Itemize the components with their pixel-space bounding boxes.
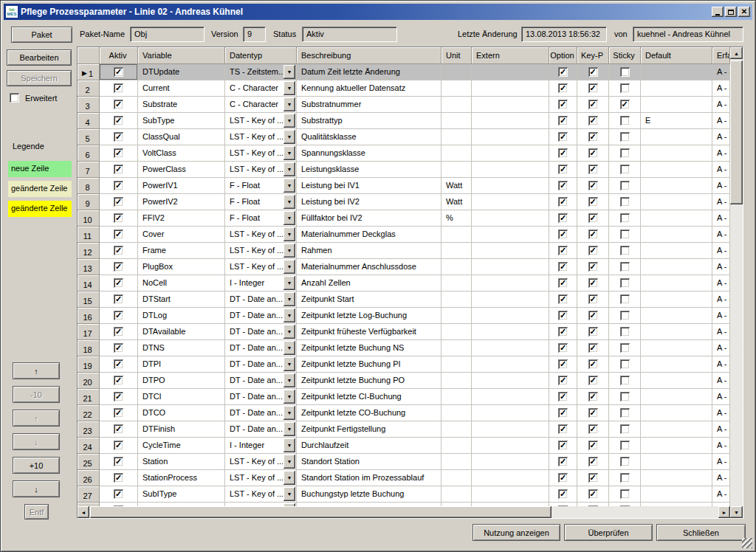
cell-keyp[interactable]: ✓ bbox=[577, 405, 609, 421]
cell-option[interactable]: ✓ bbox=[549, 64, 577, 80]
erweitert-checkbox[interactable]: ✓ bbox=[10, 93, 19, 103]
cell-keyp[interactable]: ✓ bbox=[577, 454, 609, 470]
sticky-checkbox[interactable] bbox=[620, 197, 630, 207]
table-row[interactable]: 12✓FrameLST - Key of ...▼Rahmen✓✓A - au bbox=[78, 243, 730, 259]
row-header[interactable]: 6 bbox=[78, 145, 100, 162]
cell-erfas[interactable]: A - au bbox=[712, 324, 730, 340]
table-row[interactable]: ▶1✓DTUpdateTS - Zeitstem...▼Datum Zeit l… bbox=[78, 64, 730, 80]
sticky-checkbox[interactable] bbox=[620, 473, 630, 483]
cell-aktiv[interactable]: ✓ bbox=[100, 227, 138, 243]
cell-option[interactable]: ✓ bbox=[549, 97, 577, 113]
option-checkbox[interactable]: ✓ bbox=[558, 294, 568, 304]
cell-erfas[interactable]: A - au bbox=[712, 291, 730, 308]
von-field[interactable]: kuehnel - Andreas Kühnel bbox=[633, 27, 743, 42]
cell-beschreibung[interactable]: Zeitpunkt letzte Buchung NS bbox=[297, 340, 441, 356]
cell-extern[interactable] bbox=[472, 227, 549, 243]
cell-variable[interactable]: SubIType bbox=[138, 486, 225, 503]
dropdown-button[interactable]: ▼ bbox=[284, 487, 295, 501]
option-checkbox[interactable]: ✓ bbox=[558, 473, 568, 483]
paket-name-field[interactable]: Obj bbox=[130, 27, 205, 42]
cell-erfas[interactable]: A - au bbox=[712, 80, 730, 97]
aktiv-checkbox[interactable]: ✓ bbox=[114, 165, 123, 174]
cell-default[interactable] bbox=[641, 80, 712, 97]
cell-extern[interactable] bbox=[472, 162, 549, 178]
cell-sticky[interactable] bbox=[609, 275, 641, 291]
cell-aktiv[interactable]: ✓ bbox=[100, 438, 138, 454]
cell-extern[interactable] bbox=[472, 194, 549, 210]
aktiv-checkbox[interactable]: ✓ bbox=[114, 408, 123, 418]
sticky-checkbox[interactable] bbox=[620, 83, 630, 93]
keyp-checkbox[interactable]: ✓ bbox=[588, 246, 598, 255]
sticky-checkbox[interactable] bbox=[620, 294, 630, 304]
sticky-checkbox[interactable] bbox=[620, 343, 630, 353]
aktiv-checkbox[interactable]: ✓ bbox=[114, 181, 123, 190]
cell-variable[interactable]: DTNS bbox=[138, 340, 225, 356]
cell-default[interactable] bbox=[641, 178, 712, 194]
cell-option[interactable]: ✓ bbox=[549, 113, 577, 129]
cell-unit[interactable] bbox=[441, 324, 472, 340]
cell-option[interactable]: ✓ bbox=[549, 389, 577, 405]
sticky-checkbox[interactable] bbox=[620, 441, 630, 450]
cell-keyp[interactable]: ✓ bbox=[577, 145, 609, 162]
cell-option[interactable]: ✓ bbox=[549, 373, 577, 389]
cell-option[interactable]: ✓ bbox=[549, 308, 577, 324]
row-header[interactable]: 3 bbox=[78, 97, 100, 113]
option-checkbox[interactable]: ✓ bbox=[558, 197, 568, 207]
cell-sticky[interactable] bbox=[609, 454, 641, 470]
move-down-button[interactable]: ↓ bbox=[13, 433, 60, 450]
cell-extern[interactable] bbox=[472, 259, 549, 275]
header-option[interactable]: Option bbox=[549, 47, 577, 64]
row-header[interactable]: 23 bbox=[78, 421, 100, 438]
aktiv-checkbox[interactable]: ✓ bbox=[114, 230, 123, 239]
keyp-checkbox[interactable]: ✓ bbox=[588, 165, 598, 174]
cell-extern[interactable] bbox=[472, 438, 549, 454]
cell-unit[interactable] bbox=[441, 356, 472, 373]
cell-option[interactable]: ✓ bbox=[549, 486, 577, 503]
cell-variable[interactable]: StationProcess bbox=[138, 470, 225, 486]
horizontal-scrollbar[interactable]: ◄ ► bbox=[78, 506, 730, 518]
scroll-down-button[interactable]: ▼ bbox=[730, 506, 743, 518]
cell-variable[interactable]: PowerIV1 bbox=[138, 178, 225, 194]
aktiv-checkbox[interactable]: ✓ bbox=[114, 148, 123, 158]
cell-default[interactable] bbox=[641, 308, 712, 324]
cell-extern[interactable] bbox=[472, 210, 549, 227]
cell-extern[interactable] bbox=[472, 324, 549, 340]
cell-aktiv[interactable]: ✓ bbox=[100, 80, 138, 97]
aktiv-checkbox[interactable]: ✓ bbox=[114, 359, 123, 369]
keyp-checkbox[interactable]: ✓ bbox=[588, 376, 598, 385]
cell-erfas[interactable]: A - au bbox=[712, 389, 730, 405]
cell-aktiv[interactable]: ✓ bbox=[100, 259, 138, 275]
cell-unit[interactable] bbox=[441, 129, 472, 145]
close-button[interactable]: ✕ bbox=[738, 7, 750, 17]
cell-variable[interactable]: PowerIV2 bbox=[138, 194, 225, 210]
cell-default[interactable] bbox=[641, 243, 712, 259]
dropdown-button[interactable]: ▼ bbox=[284, 373, 295, 387]
aktiv-checkbox[interactable]: ✓ bbox=[114, 278, 123, 288]
option-checkbox[interactable]: ✓ bbox=[558, 359, 568, 369]
cell-extern[interactable] bbox=[472, 405, 549, 421]
cell-default[interactable] bbox=[641, 438, 712, 454]
table-row[interactable]: 6✓VoltClassLST - Key of ...▼Spannungskla… bbox=[78, 145, 730, 162]
header-keyp[interactable]: Key-P bbox=[577, 47, 609, 64]
cell-default[interactable] bbox=[641, 194, 712, 210]
cell-extern[interactable] bbox=[472, 64, 549, 80]
cell-default[interactable] bbox=[641, 486, 712, 503]
cell-variable[interactable]: Frame bbox=[138, 243, 225, 259]
sticky-checkbox[interactable] bbox=[620, 457, 630, 466]
cell-datentyp[interactable]: LST - Key of ...▼ bbox=[225, 454, 297, 470]
cell-variable[interactable]: FFIV2 bbox=[138, 210, 225, 227]
sticky-checkbox[interactable] bbox=[620, 67, 630, 77]
cell-option[interactable]: ✓ bbox=[549, 227, 577, 243]
version-field[interactable]: 9 bbox=[243, 27, 266, 42]
dropdown-button[interactable]: ▼ bbox=[284, 81, 295, 95]
row-header[interactable]: 25 bbox=[78, 454, 100, 470]
keyp-checkbox[interactable]: ✓ bbox=[588, 408, 598, 418]
table-row[interactable]: 16✓DTLogDT - Date an...▼Zeitpunkt letzte… bbox=[78, 308, 730, 324]
cell-default[interactable] bbox=[641, 162, 712, 178]
cell-default[interactable] bbox=[641, 97, 712, 113]
cell-erfas[interactable]: A - au bbox=[712, 129, 730, 145]
sticky-checkbox[interactable] bbox=[620, 213, 630, 223]
cell-erfas[interactable]: A - au bbox=[712, 97, 730, 113]
cell-unit[interactable] bbox=[441, 373, 472, 389]
cell-beschreibung[interactable]: Zeitpunkt letzte CO-Buchung bbox=[297, 405, 441, 421]
